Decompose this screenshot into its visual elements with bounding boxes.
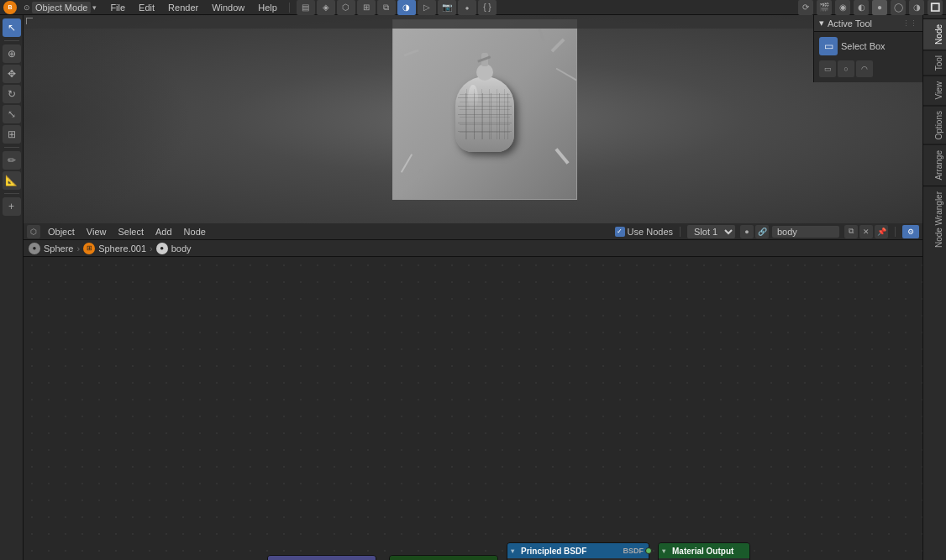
bc-sphere001[interactable]: Sphere.001 bbox=[98, 243, 146, 254]
noise-header: ▾ Noise Texture bbox=[268, 556, 376, 560]
select-box-icon: ▭ bbox=[819, 37, 838, 55]
uv-icon[interactable]: ⊞ bbox=[357, 0, 376, 15]
sync-icon[interactable]: ⟳ bbox=[798, 0, 813, 15]
script-icon[interactable]: { } bbox=[478, 0, 497, 15]
copy-material-icon[interactable]: ⧉ bbox=[844, 225, 858, 238]
delete-material-icon[interactable]: ✕ bbox=[859, 225, 873, 238]
use-nodes-checkbox[interactable]: ✓ Use Nodes bbox=[615, 227, 673, 237]
menu-render[interactable]: Render bbox=[163, 0, 203, 14]
editor-type-icon[interactable]: ⬡ bbox=[27, 225, 40, 238]
corner-tl bbox=[26, 18, 33, 24]
shade-icon[interactable]: ◑ bbox=[397, 0, 416, 15]
top-menubar: B ⊙ Object Mode ▾ File Edit Render Windo… bbox=[0, 0, 946, 15]
principled-bsdf-node[interactable]: ▾ Principled BSDF BSDF Base Color Metall… bbox=[507, 542, 649, 560]
pin-icon[interactable]: 📌 bbox=[875, 225, 888, 238]
object-mode-label[interactable]: Object Mode bbox=[32, 2, 91, 13]
left-toolbar: ↖ ⊕ ✥ ↻ ⤡ ⊞ ✏ 📐 + bbox=[0, 15, 24, 560]
node-canvas[interactable]: ▾ Texture Coordinate Generated Normal UV… bbox=[24, 257, 922, 560]
link-icon[interactable]: 🔗 bbox=[755, 225, 769, 238]
principled-header: ▾ Principled BSDF BSDF bbox=[507, 543, 649, 558]
render-mode-icon[interactable]: ◐ bbox=[854, 0, 869, 15]
tool-sub-icon-2[interactable]: ○ bbox=[838, 60, 854, 77]
solid-icon[interactable]: ● bbox=[872, 0, 887, 15]
viewport-3d[interactable]: Options ▾ Z X Y ✋ 🔍 🔒 bbox=[24, 15, 946, 223]
measure-btn[interactable]: 📐 bbox=[3, 171, 21, 190]
menu-help[interactable]: Help bbox=[253, 0, 282, 14]
rotate-btn[interactable]: ↻ bbox=[3, 85, 21, 103]
active-tool-header: ▾ Active Tool ⋮⋮ bbox=[814, 15, 922, 32]
mat-icon-bc: ● bbox=[156, 243, 168, 254]
add-btn[interactable]: + bbox=[3, 197, 21, 216]
scene-icon[interactable]: 🎬 bbox=[817, 0, 832, 15]
tab-node[interactable]: Node bbox=[923, 18, 946, 50]
look-icon[interactable]: ◯ bbox=[891, 0, 906, 15]
menu-file[interactable]: File bbox=[105, 0, 130, 14]
right-panel: Node Tool View Options Arrange Node Wran… bbox=[922, 15, 946, 560]
texture-icon[interactable]: ⧉ bbox=[377, 0, 396, 15]
render-preview bbox=[392, 19, 577, 200]
breadcrumb-bar: ● Sphere › ⊞ Sphere.001 › ● body bbox=[24, 240, 922, 257]
menu-edit[interactable]: Edit bbox=[134, 0, 160, 14]
bc-body[interactable]: body bbox=[171, 243, 192, 254]
move-btn[interactable]: ✥ bbox=[3, 65, 21, 83]
node-connections bbox=[24, 257, 922, 560]
tab-view[interactable]: View bbox=[923, 76, 946, 105]
model-icon[interactable]: ◈ bbox=[317, 0, 335, 15]
sphere-preview-icon[interactable]: ● bbox=[740, 225, 754, 238]
tab-options[interactable]: Options bbox=[923, 105, 946, 144]
blender-logo[interactable]: B bbox=[3, 1, 17, 14]
material-output-node[interactable]: ▾ Material Output All All Surface Volume bbox=[658, 542, 750, 560]
tool-sub-icon-3[interactable]: ◠ bbox=[856, 60, 873, 77]
noise-texture-node[interactable]: ▾ Noise Texture Fac Color Vector Vector bbox=[267, 555, 376, 560]
bc-sphere[interactable]: Sphere bbox=[44, 243, 73, 254]
sphere-icon-bc: ● bbox=[29, 243, 40, 254]
node-editor: ⬡ Object View Select Add Node ✓ Use Node… bbox=[24, 223, 922, 560]
cr1-header: ▾ Color Ramp bbox=[390, 556, 497, 560]
mesh-icon-bc: ⊞ bbox=[83, 243, 95, 254]
nm-node[interactable]: Node bbox=[180, 227, 210, 237]
select-tool-btn[interactable]: ↖ bbox=[3, 18, 21, 37]
matout-header: ▾ Material Output bbox=[659, 543, 749, 558]
sculpt-icon[interactable]: ⬡ bbox=[337, 0, 355, 15]
menu-window[interactable]: Window bbox=[207, 0, 250, 14]
node-editor-settings[interactable]: ⚙ bbox=[902, 225, 919, 238]
nm-select[interactable]: Select bbox=[113, 227, 148, 237]
color-ramp-1-node[interactable]: ▾ Color Ramp Color Alpha + - RGB Linear bbox=[389, 555, 498, 560]
nm-add[interactable]: Add bbox=[151, 227, 176, 237]
scale-btn[interactable]: ⤡ bbox=[3, 105, 21, 123]
comp-icon[interactable]: ⬥ bbox=[458, 0, 476, 15]
viewport-topbar: Options ▾ bbox=[24, 15, 946, 29]
tool-name-label: Select Box bbox=[841, 41, 886, 51]
material-name-input[interactable] bbox=[772, 226, 839, 238]
tab-arrange[interactable]: Arrange bbox=[923, 144, 946, 186]
nm-object[interactable]: Object bbox=[44, 227, 79, 237]
cursor-btn[interactable]: ⊕ bbox=[3, 44, 21, 63]
slot-select[interactable]: Slot 1 bbox=[687, 225, 735, 238]
tool-sub-icon-1[interactable]: ▭ bbox=[819, 60, 836, 77]
tab-node-wrangler[interactable]: Node Wrangler bbox=[923, 186, 946, 253]
tab-tool[interactable]: Tool bbox=[923, 50, 946, 76]
anim-icon[interactable]: ▷ bbox=[418, 0, 436, 15]
render-icon[interactable]: 📷 bbox=[438, 0, 456, 15]
active-tool-panel: ▾ Active Tool ⋮⋮ ▭ Select Box ▭ ○ ◠ bbox=[813, 15, 922, 82]
node-menubar: ⬡ Object View Select Add Node ✓ Use Node… bbox=[24, 223, 922, 240]
layout-icon[interactable]: ▤ bbox=[297, 0, 315, 15]
transform-btn[interactable]: ⊞ bbox=[3, 125, 21, 144]
nm-view[interactable]: View bbox=[82, 227, 111, 237]
render-final-icon[interactable]: 🔳 bbox=[928, 0, 943, 15]
material-icon[interactable]: ◑ bbox=[909, 0, 924, 15]
annotate-btn[interactable]: ✏ bbox=[3, 151, 21, 170]
overlay-icon[interactable]: ◉ bbox=[835, 0, 850, 15]
